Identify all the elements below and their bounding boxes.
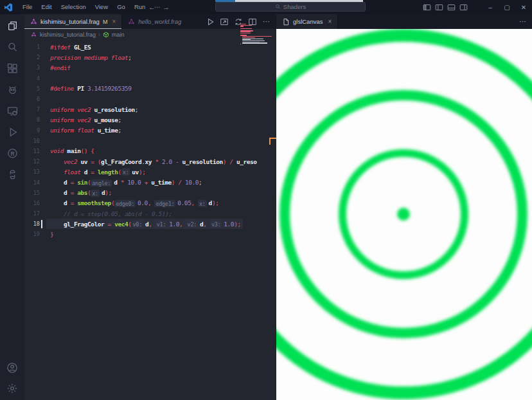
layout-controls bbox=[423, 3, 468, 12]
vscode-logo-icon bbox=[4, 3, 13, 12]
close-tab-icon[interactable]: × bbox=[112, 18, 116, 25]
inlay-hint: edge0: bbox=[114, 200, 136, 207]
code-line-14[interactable]: 14 d = sin(angle:d * 10.0 + u_time) / 10… bbox=[24, 177, 276, 187]
code-line-11[interactable]: 11void main() { bbox=[24, 146, 276, 156]
inlay-hint: x: bbox=[91, 190, 100, 197]
inlay-hint: v2: bbox=[186, 221, 198, 228]
maximize-button[interactable]: ▢ bbox=[499, 0, 515, 14]
svg-text:R: R bbox=[10, 150, 14, 156]
shader-file-icon bbox=[31, 32, 37, 37]
tab-kishimisu-tutorial[interactable]: kishimisu_tutorial.frag M × bbox=[24, 14, 122, 29]
inlay-hint: x: bbox=[121, 168, 130, 176]
open-preview-icon[interactable] bbox=[220, 17, 229, 26]
line-number: 18 bbox=[24, 221, 40, 227]
breadcrumb-file[interactable]: kishimisu_tutorial.frag bbox=[40, 32, 96, 38]
menu-run[interactable]: Run bbox=[130, 0, 150, 14]
editor-group-code: kishimisu_tutorial.frag M × hello_world.… bbox=[24, 14, 276, 400]
menu-selection[interactable]: Selection bbox=[57, 0, 91, 14]
line-number: 12 bbox=[24, 158, 40, 165]
breadcrumb-symbol[interactable]: main bbox=[112, 32, 125, 38]
line-number: 14 bbox=[24, 179, 40, 186]
git-modified-badge: M bbox=[103, 19, 108, 25]
inlay-hint: v3: bbox=[210, 221, 222, 228]
menu-edit[interactable]: Edit bbox=[37, 0, 56, 14]
code-line-10[interactable]: 10 bbox=[24, 136, 276, 146]
inlay-hint: v1: bbox=[155, 221, 167, 228]
menu-file[interactable]: File bbox=[18, 0, 37, 14]
editor-tab-bar: kishimisu_tutorial.frag M × hello_world.… bbox=[24, 14, 276, 29]
code-line-9[interactable]: 9uniform float u_time; bbox=[24, 125, 276, 136]
code-line-16[interactable]: 16 d = smoothstep(edge0:0.0, edge1:0.05,… bbox=[24, 198, 276, 208]
back-arrow-icon[interactable]: ← bbox=[148, 3, 155, 11]
document-icon bbox=[282, 18, 290, 26]
close-button[interactable]: ✕ bbox=[515, 0, 532, 14]
python-icon[interactable] bbox=[6, 168, 19, 181]
code-line-17[interactable]: 17 // d = step(0.05, abs(d - 0.5)); bbox=[24, 208, 276, 219]
settings-gear-icon[interactable] bbox=[6, 382, 19, 395]
command-center-search[interactable]: Shaders bbox=[215, 2, 366, 12]
code-line-5[interactable]: 5#define PI 3.14159265359 bbox=[24, 84, 276, 94]
minimize-button[interactable]: – bbox=[482, 0, 499, 14]
line-number: 19 bbox=[24, 231, 40, 237]
preview-tab-bar: glslCanvas × ⋯ bbox=[276, 14, 532, 29]
search-icon[interactable] bbox=[6, 41, 19, 53]
more-actions-icon[interactable]: ⋯ bbox=[519, 14, 527, 29]
shader-file-icon bbox=[30, 18, 37, 25]
search-icon bbox=[275, 4, 281, 10]
inlay-hint: edge1: bbox=[154, 200, 175, 207]
code-line-2[interactable]: 2precision mediump float; bbox=[24, 52, 276, 62]
tab-label: glslCanvas bbox=[293, 18, 323, 25]
code-line-18[interactable]: 18 gl_FragColor = vec4(v0:d, v1:1.0, v2:… bbox=[24, 219, 276, 229]
line-number: 5 bbox=[24, 86, 40, 92]
menu-go[interactable]: Go bbox=[112, 0, 130, 14]
shader-file-icon bbox=[128, 18, 135, 25]
line-number: 2 bbox=[24, 54, 40, 60]
forward-arrow-icon[interactable]: → bbox=[163, 3, 170, 11]
minimap[interactable] bbox=[240, 24, 272, 47]
code-line-8[interactable]: 8uniform vec2 u_mouse; bbox=[24, 114, 276, 125]
line-number: 8 bbox=[24, 116, 40, 123]
layout-panel-icon[interactable] bbox=[435, 3, 443, 12]
inlay-hint: v0: bbox=[132, 221, 143, 228]
title-bar: FileEditSelectionViewGoRun⋯ ← → Shaders … bbox=[0, 0, 532, 14]
run-debug-icon[interactable] bbox=[6, 125, 19, 138]
inlay-hint: x: bbox=[198, 200, 207, 207]
bug-robot-icon[interactable] bbox=[6, 83, 19, 96]
explorer-icon[interactable] bbox=[6, 19, 19, 32]
layout-sidebar-left-icon[interactable] bbox=[423, 3, 431, 12]
vscode-window: FileEditSelectionViewGoRun⋯ ← → Shaders … bbox=[0, 0, 532, 400]
code-line-15[interactable]: 15 d = abs(x:d); bbox=[24, 188, 276, 198]
code-line-13[interactable]: 13 float d = length(x:uv); bbox=[24, 167, 276, 177]
tab-label: hello_world.frag bbox=[138, 18, 181, 25]
code-line-3[interactable]: 3#endif bbox=[24, 62, 276, 73]
inlay-hint: angle: bbox=[91, 179, 112, 186]
line-number: 7 bbox=[24, 106, 40, 113]
run-icon[interactable] bbox=[206, 17, 215, 26]
layout-editor-grid-icon[interactable] bbox=[447, 3, 456, 12]
line-number: 4 bbox=[24, 75, 40, 82]
code-editor[interactable]: 1#ifdef GL_ES2precision mediump float;3#… bbox=[24, 40, 276, 400]
tab-hello-world[interactable]: hello_world.frag bbox=[122, 14, 187, 29]
r-language-icon[interactable]: R bbox=[6, 147, 19, 159]
menu-view[interactable]: View bbox=[91, 0, 112, 14]
menu-bar: FileEditSelectionViewGoRun⋯ bbox=[18, 0, 165, 14]
line-number: 17 bbox=[24, 210, 40, 217]
code-line-1[interactable]: 1#ifdef GL_ES bbox=[24, 42, 276, 52]
layout-sidebar-right-icon[interactable] bbox=[459, 3, 468, 12]
text-cursor bbox=[41, 220, 42, 228]
code-line-6[interactable]: 6 bbox=[24, 94, 276, 104]
screen-preview-icon[interactable] bbox=[6, 104, 19, 117]
code-line-4[interactable]: 4 bbox=[24, 73, 276, 84]
extensions-icon[interactable] bbox=[6, 62, 19, 75]
line-number: 13 bbox=[24, 168, 40, 175]
method-icon bbox=[103, 32, 109, 38]
code-line-19[interactable]: 19} bbox=[24, 229, 276, 239]
tab-glslcanvas[interactable]: glslCanvas × bbox=[276, 14, 338, 29]
breadcrumb-separator: › bbox=[98, 32, 100, 38]
code-line-12[interactable]: 12 vec2 uv = (gl_FragCoord.xy * 2.0 - u_… bbox=[24, 156, 276, 167]
account-icon[interactable] bbox=[6, 361, 19, 374]
concentric-rings bbox=[276, 35, 532, 393]
close-tab-icon[interactable]: × bbox=[328, 18, 332, 25]
code-line-7[interactable]: 7uniform vec2 u_resolution; bbox=[24, 104, 276, 114]
line-number: 6 bbox=[24, 96, 40, 102]
